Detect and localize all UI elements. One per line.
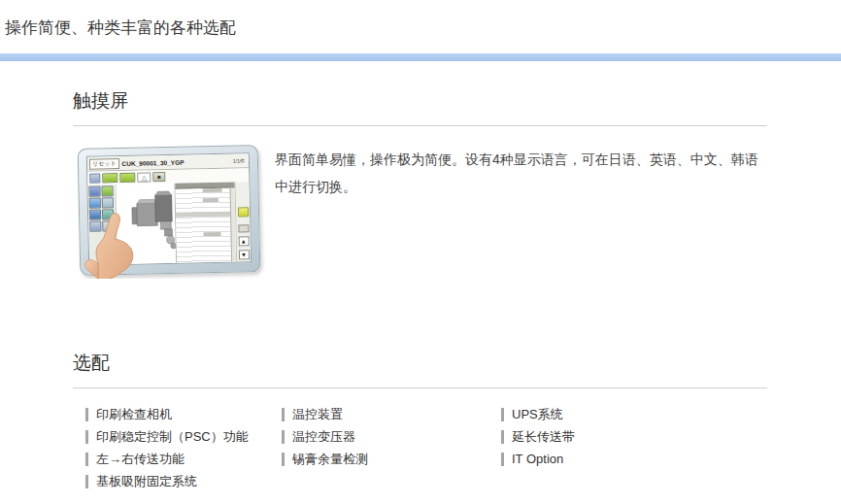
side-button-strip: ▲ ▼ (234, 182, 251, 261)
options-column-2: 温控装置 温控变压器 锡膏余量检测 (282, 403, 501, 470)
option-item: 温控装置 (282, 403, 501, 425)
item-marker (85, 453, 88, 466)
option-label: UPS系统 (512, 406, 563, 423)
item-marker (501, 430, 504, 444)
option-label: IT Option (512, 452, 563, 466)
content-area: 触摸屏 リセット CUK_90001_30_YGP 1/1件 (73, 61, 767, 492)
options-list: 印刷检查相机 印刷稳定控制（PSC）功能 左→右传送功能 基板吸附固定系统 温控… (85, 403, 767, 492)
table-value-cell (203, 232, 220, 236)
option-item: IT Option (501, 448, 744, 470)
item-marker (501, 408, 504, 421)
option-item: 温控变压器 (282, 425, 501, 448)
item-marker (282, 430, 285, 444)
parameter-table (174, 183, 236, 263)
option-label: 印刷稳定控制（PSC）功能 (96, 428, 249, 446)
warning-triangle-icon: △ (137, 172, 151, 182)
page-title: 操作简便、种类丰富的各种选配 (0, 0, 841, 39)
touchscreen-divider (73, 125, 767, 126)
item-marker (85, 475, 88, 488)
table-selected-row (176, 212, 230, 218)
touchscreen-section-heading: 触摸屏 (73, 61, 767, 114)
panel-icon (101, 185, 113, 196)
item-marker (501, 453, 504, 466)
toolbar-green-button (119, 173, 135, 183)
item-marker (85, 408, 88, 421)
scroll-down-icon: ▼ (238, 250, 249, 259)
yellow-function-button (237, 207, 248, 217)
reset-button: リセット (89, 158, 119, 170)
item-marker (282, 453, 285, 466)
scroll-up-icon: ▲ (238, 236, 249, 246)
option-label: 温控变压器 (292, 428, 355, 446)
touchscreen-photo: リセット CUK_90001_30_YGP 1/1件 △ ■ (73, 144, 267, 279)
item-marker (282, 408, 285, 421)
toolbar-tool-button: ■ (152, 172, 165, 182)
option-item: 锡膏余量检测 (282, 448, 501, 470)
options-column-3: UPS系统 延长传送带 IT Option (501, 403, 744, 470)
option-label: 基板吸附固定系统 (96, 473, 197, 490)
option-item: 左→右传送功能 (85, 448, 282, 470)
option-item: UPS系统 (501, 403, 744, 425)
panel-icon (88, 185, 100, 196)
option-label: 左→右传送功能 (96, 451, 185, 468)
gray-function-button (238, 224, 249, 232)
option-item: 基板吸附固定系统 (85, 470, 282, 492)
table-value-cell (203, 198, 219, 202)
pointing-hand (73, 199, 154, 279)
options-divider (73, 387, 767, 388)
option-label: 延长传送带 (512, 428, 575, 446)
table-rows (176, 188, 237, 263)
program-name: CUK_90001_30_YGP (121, 158, 184, 166)
toolbar-icon (89, 173, 100, 183)
toolbar-green-button (102, 173, 118, 183)
option-item: 印刷稳定控制（PSC）功能 (85, 425, 282, 448)
option-item: 延长传送带 (501, 425, 744, 448)
options-column-1: 印刷检查相机 印刷稳定控制（PSC）功能 左→右传送功能 基板吸附固定系统 (85, 403, 282, 492)
touchscreen-row: リセット CUK_90001_30_YGP 1/1件 △ ■ (73, 144, 767, 279)
option-label: 锡膏余量检测 (292, 451, 368, 468)
accent-bar (0, 53, 841, 61)
options-section-heading: 选配 (73, 279, 767, 376)
option-item: 印刷检查相机 (85, 403, 282, 425)
page-indicator: 1/1件 (233, 157, 245, 163)
item-marker (85, 430, 88, 444)
table-value-cell (203, 188, 222, 192)
touchscreen-description: 界面简单易懂，操作极为简便。设有4种显示语言，可在日语、英语、中文、韩语中进行切… (275, 144, 765, 279)
option-label: 温控装置 (292, 406, 343, 423)
option-label: 印刷检查相机 (96, 406, 172, 423)
page: 操作简便、种类丰富的各种选配 触摸屏 リセット CUK_90001_30_YGP… (0, 0, 841, 504)
